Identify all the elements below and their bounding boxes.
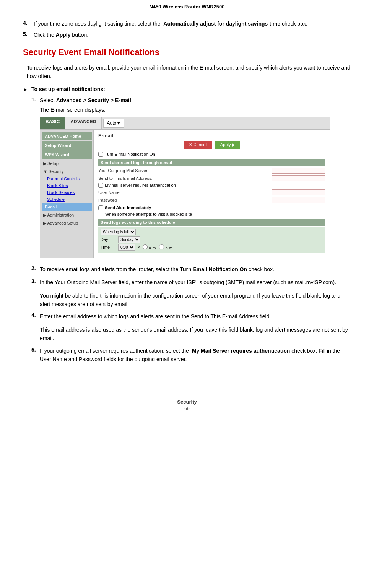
body-step-3-num: 3. (31, 278, 40, 284)
router-body: ADVANCED Home Setup Wizard WPS Wizard ▶ … (40, 130, 330, 258)
pm-text: p.m. (166, 246, 174, 250)
body-para-4: This email address is also used as the s… (23, 326, 351, 343)
schedule-section: When log is full Day Sunday Time (98, 227, 325, 253)
auth-checkbox[interactable] (98, 183, 103, 188)
send-to-label: Send to This E-mail Address: (98, 176, 272, 181)
footer-page: 69 (0, 406, 374, 411)
auth-label: My mail server requires authentication (105, 183, 176, 187)
tab-basic[interactable]: BASIC (40, 117, 65, 129)
button-row: ✕ Cancel Apply ▶ (98, 141, 325, 149)
page-footer: Security 69 (0, 395, 374, 413)
sidebar-parental-controls[interactable]: Parental Controls (40, 175, 93, 182)
section-title: Security Event Email Notifications (23, 47, 351, 57)
body-para-3: You might be able to find this informati… (23, 292, 351, 309)
sidebar-block-sites[interactable]: Block Sites (40, 182, 93, 189)
body-step-4-num: 4. (31, 312, 40, 318)
sidebar-setup[interactable]: ▶ Setup (40, 160, 93, 168)
step-4: 4. If your time zone uses daylight savin… (23, 20, 351, 28)
body-step-5-text: If your outgoing email server requires a… (40, 347, 351, 364)
step-4-num: 4. (23, 20, 34, 26)
sidebar-wps-wizard[interactable]: WPS Wizard (42, 150, 92, 159)
am-text: a.m. (149, 246, 157, 250)
time-select[interactable]: 0:00 (118, 244, 135, 251)
email-notif-checkbox[interactable] (98, 152, 103, 157)
arrow-label: To set up email notifications: (31, 86, 105, 92)
password-label: Password (98, 198, 272, 202)
auto-label: Auto (107, 121, 116, 126)
sidebar-email[interactable]: E-mail (42, 203, 92, 211)
page-content: 4. If your time zone uses daylight savin… (0, 12, 374, 383)
footer-label: Security (0, 399, 374, 405)
schedule-section-header: Send logs according to this schedule (98, 219, 325, 226)
arrow-symbol: ➤ (23, 86, 31, 93)
day-label: Day (101, 237, 116, 242)
am-label: ✕ (137, 245, 140, 249)
am-radio[interactable] (143, 244, 148, 249)
sidebar-advanced-setup[interactable]: ▶ Advanced Setup (40, 219, 93, 227)
auto-dropdown[interactable]: Auto ▼ (103, 119, 124, 128)
alert-immed-checkbox[interactable] (98, 205, 103, 210)
top-steps: 4. If your time zone uses daylight savin… (23, 20, 351, 39)
step-4-text: If your time zone uses daylight saving t… (34, 20, 351, 28)
outgoing-server-input[interactable] (272, 168, 325, 174)
step-5-text: Click the Apply button. (34, 31, 351, 39)
router-top-bar: BASIC ADVANCED Auto ▼ (40, 117, 330, 130)
alert-immed-label: Send Alert Immediately (105, 205, 151, 210)
auto-chevron: ▼ (116, 121, 121, 126)
sidebar-advanced-home[interactable]: ADVANCED Home (42, 132, 92, 140)
sidebar-block-services[interactable]: Block Services (40, 189, 93, 196)
step-5: 5. Click the Apply button. (23, 31, 351, 39)
router-sidebar: ADVANCED Home Setup Wizard WPS Wizard ▶ … (40, 130, 94, 258)
password-row: Password (98, 197, 325, 203)
outgoing-server-label: Your Outgoing Mail Server: (98, 168, 272, 173)
header-title: N450 Wireless Router WNR2500 (149, 4, 224, 10)
apply-button[interactable]: Apply ▶ (215, 141, 241, 149)
step-5-bold: Apply (56, 32, 71, 38)
time-label: Time (101, 245, 116, 249)
sidebar-schedule[interactable]: Schedule (40, 196, 93, 203)
sidebar-setup-wizard[interactable]: Setup Wizard (42, 141, 92, 150)
intro-para: To receive logs and alerts by email, pro… (23, 64, 351, 81)
sidebar-administration[interactable]: ▶ Administration (40, 211, 93, 219)
blocked-site-label: When someone attempts to visit a blocked… (98, 212, 325, 217)
when-log-row: When log is full (101, 229, 323, 235)
username-input[interactable] (272, 189, 325, 195)
sidebar-security[interactable]: ▼ Security (40, 168, 93, 175)
body-step-5-num: 5. (31, 347, 40, 353)
cancel-button[interactable]: ✕ Cancel (184, 141, 212, 149)
password-input[interactable] (272, 197, 325, 203)
step-5-num: 5. (23, 31, 34, 37)
body-step-2-num: 2. (31, 265, 40, 271)
body-step-3: 3. In the Your Outgoing Mail Server fiel… (23, 278, 351, 287)
substep-1-text: Select Advanced > Security > E-mail. (40, 96, 351, 104)
email-notif-row: Turn E-mail Notification On (98, 152, 325, 157)
body-step-4: 4. Enter the email address to which logs… (23, 312, 351, 321)
send-to-input[interactable] (272, 175, 325, 181)
router-main: E-mail ✕ Cancel Apply ▶ Turn E-mail Noti… (94, 130, 330, 258)
page-header: N450 Wireless Router WNR2500 (0, 0, 374, 12)
step-4-bold: Automatically adjust for daylight saving… (163, 21, 280, 27)
body-step-2-bold: Turn Email Notification On (180, 266, 247, 272)
alert-immed-row: Send Alert Immediately (98, 205, 325, 210)
time-row: Time 0:00 ✕ a.m. p.m. (101, 244, 323, 251)
email-page-title: E-mail (98, 133, 325, 138)
alerts-section-header: Send alerts and logs through e-mail (98, 159, 325, 166)
when-log-select[interactable]: When log is full (101, 229, 136, 235)
username-row: User Name (98, 189, 325, 195)
pm-radio[interactable] (159, 244, 164, 249)
substep-1-bold: Advanced > Security > E-mail (56, 97, 131, 103)
username-label: User Name (98, 190, 272, 195)
body-step-2-text: To receive email logs and alerts from th… (40, 265, 351, 274)
body-step-4-text: Enter the email address to which logs an… (40, 312, 351, 321)
substep-block: 1. Select Advanced > Security > E-mail. … (23, 96, 351, 258)
pm-radio-label: p.m. (159, 244, 173, 250)
day-select[interactable]: Sunday (118, 236, 140, 243)
tab-advanced[interactable]: ADVANCED (65, 117, 102, 129)
send-to-row: Send to This E-mail Address: (98, 175, 325, 181)
arrow-item: ➤ To set up email notifications: (23, 86, 351, 93)
router-ui: BASIC ADVANCED Auto ▼ ADVANCED Home Setu… (40, 117, 330, 258)
email-notif-label: Turn E-mail Notification On (105, 152, 155, 156)
outgoing-server-row: Your Outgoing Mail Server: (98, 168, 325, 174)
body-step-3-text: In the Your Outgoing Mail Server field, … (40, 278, 351, 287)
day-row: Day Sunday (101, 236, 323, 243)
